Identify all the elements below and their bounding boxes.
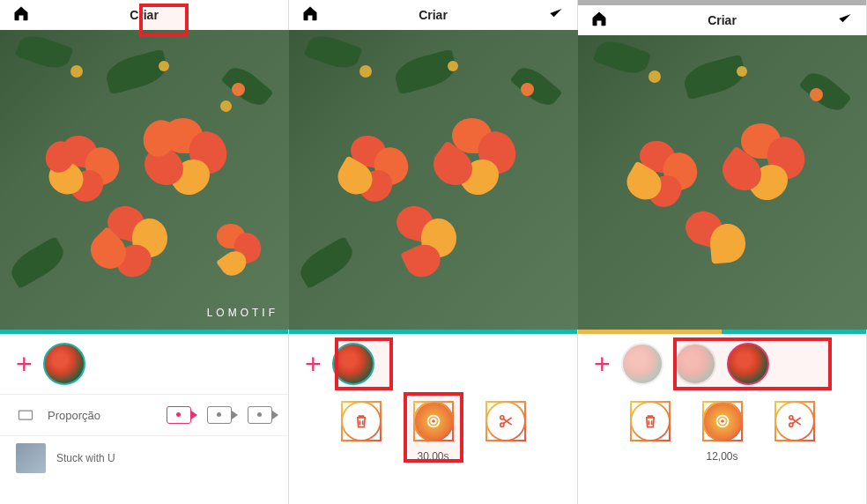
option-list: Proporção Stuck with U [0,394,288,480]
add-clip-button[interactable]: + [594,350,611,378]
music-row[interactable]: Stuck with U [0,436,288,480]
watermark-text: LOMOTIF [207,307,278,319]
svg-point-4 [500,416,503,419]
add-clip-button[interactable]: + [16,350,33,378]
camera-mode-active-icon[interactable] [167,406,191,424]
check-icon[interactable] [547,4,565,26]
clip-thumbnail[interactable] [674,343,716,385]
clip-thumbnail-selected[interactable] [727,343,769,385]
check-icon[interactable] [836,10,854,31]
duration-label: 12,00s [578,448,866,463]
progress-bar[interactable] [0,330,288,334]
page-title: Criar [130,8,159,22]
panel-3: Criar [578,0,867,504]
clip-row: + [289,334,577,394]
home-icon[interactable] [301,4,319,26]
clip-thumbnail[interactable] [43,343,85,385]
video-preview[interactable] [578,35,867,330]
home-icon[interactable] [12,4,30,26]
music-title: Stuck with U [56,452,115,464]
add-clip-button[interactable]: + [305,350,322,378]
camera-mode-icon[interactable] [207,406,232,424]
aspect-label: Proporção [48,409,100,422]
delete-button[interactable] [341,401,382,441]
duration-label: 30,00s [289,448,577,463]
home-icon[interactable] [590,10,608,31]
camera-mode-icon[interactable] [248,406,272,424]
header: Criar [0,0,288,30]
video-preview[interactable]: LOMOTIF [0,30,289,330]
svg-point-8 [789,416,792,419]
download-icon[interactable] [258,4,276,26]
svg-rect-0 [19,411,33,419]
music-thumbnail [16,443,46,473]
aspect-icon [16,405,35,425]
video-preview[interactable] [289,30,578,330]
panel-1: Criar [0,0,289,504]
duplicate-button[interactable] [702,401,743,441]
page-title: Criar [419,8,448,22]
clip-thumbnail[interactable] [332,343,374,385]
trim-button[interactable] [774,401,815,441]
header: Criar [289,0,577,30]
svg-point-3 [500,423,503,426]
clip-row: + [578,334,866,394]
trim-button[interactable] [485,401,526,441]
panel-2: Criar [289,0,578,504]
header: Criar [578,5,866,35]
tool-row [289,394,577,448]
aspect-ratio-row[interactable]: Proporção [0,395,288,436]
duplicate-button[interactable] [413,401,454,441]
clip-row: + [0,334,288,394]
clip-thumbnail[interactable] [621,343,663,385]
tool-row [578,394,866,448]
page-title: Criar [708,13,737,27]
svg-point-7 [789,423,792,426]
delete-button[interactable] [630,401,671,441]
